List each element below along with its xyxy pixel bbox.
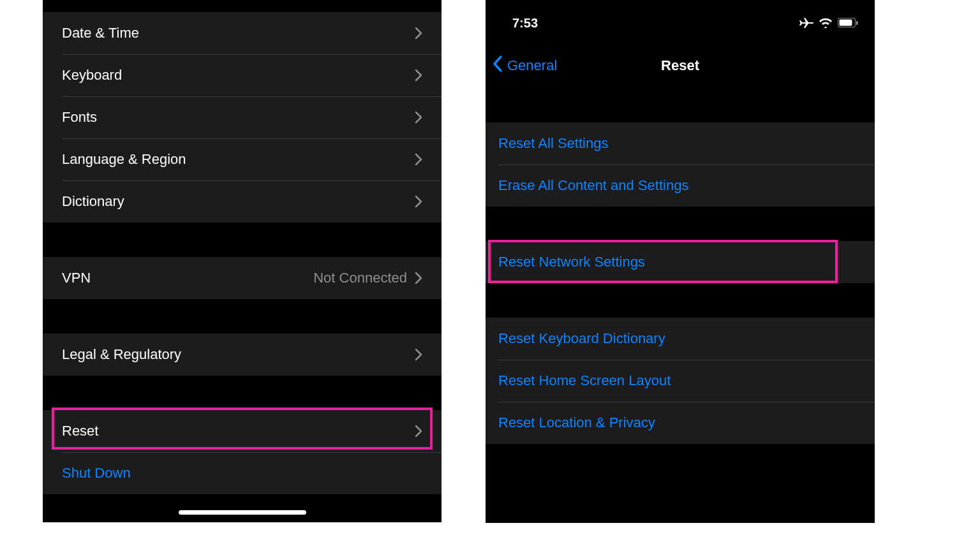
nav-title: Reset bbox=[486, 57, 875, 74]
row-reset-home-screen-layout[interactable]: Reset Home Screen Layout bbox=[486, 360, 875, 402]
row-label: Reset Keyboard Dictionary bbox=[498, 330, 665, 347]
row-label: Fonts bbox=[62, 109, 415, 126]
battery-icon bbox=[838, 18, 858, 28]
row-date-time[interactable]: Date & Time bbox=[43, 12, 442, 54]
row-reset-location-privacy[interactable]: Reset Location & Privacy bbox=[486, 402, 875, 444]
general-group-legal: Legal & Regulatory bbox=[43, 334, 442, 376]
row-legal-regulatory[interactable]: Legal & Regulatory bbox=[43, 334, 442, 376]
row-label: Reset bbox=[62, 423, 415, 439]
chevron-right-icon bbox=[415, 425, 422, 437]
row-reset-keyboard-dictionary[interactable]: Reset Keyboard Dictionary bbox=[486, 318, 875, 360]
airplane-mode-icon bbox=[799, 17, 813, 29]
row-erase-all-content[interactable]: Erase All Content and Settings bbox=[486, 165, 875, 207]
row-label: Language & Region bbox=[62, 151, 415, 168]
chevron-right-icon bbox=[415, 69, 422, 82]
reset-group-network: Reset Network Settings bbox=[486, 241, 875, 283]
row-label: Reset Network Settings bbox=[498, 254, 645, 270]
chevron-right-icon bbox=[415, 348, 422, 361]
row-label: Date & Time bbox=[62, 25, 415, 41]
svg-rect-2 bbox=[856, 21, 858, 25]
phone-reset-settings: 7:53 General Reset bbox=[486, 0, 875, 523]
row-dictionary[interactable]: Dictionary bbox=[43, 180, 442, 223]
row-fonts[interactable]: Fonts bbox=[43, 96, 442, 138]
status-time: 7:53 bbox=[512, 16, 538, 31]
reset-group-1: Reset All Settings Erase All Content and… bbox=[486, 122, 875, 207]
chevron-right-icon bbox=[415, 272, 422, 284]
general-group-vpn: VPN Not Connected bbox=[43, 257, 442, 299]
home-indicator[interactable] bbox=[179, 510, 306, 515]
row-vpn[interactable]: VPN Not Connected bbox=[43, 257, 442, 299]
row-value: Not Connected bbox=[313, 270, 407, 286]
wifi-icon bbox=[819, 18, 833, 28]
status-icons bbox=[799, 17, 858, 29]
chevron-right-icon bbox=[415, 111, 422, 124]
svg-rect-1 bbox=[840, 20, 852, 26]
row-label: Keyboard bbox=[62, 67, 415, 84]
row-language-region[interactable]: Language & Region bbox=[43, 138, 442, 180]
row-label: Erase All Content and Settings bbox=[498, 177, 688, 194]
row-label: Reset All Settings bbox=[498, 135, 608, 152]
reset-group-3: Reset Keyboard Dictionary Reset Home Scr… bbox=[486, 318, 875, 444]
stage: Date & Time Keyboard Fonts Language & Re… bbox=[0, 0, 980, 551]
row-label: Reset Home Screen Layout bbox=[498, 372, 671, 389]
row-label: Dictionary bbox=[62, 193, 415, 210]
row-reset[interactable]: Reset bbox=[43, 410, 442, 452]
row-label: Shut Down bbox=[62, 465, 422, 481]
row-label: Reset Location & Privacy bbox=[498, 415, 655, 431]
chevron-right-icon bbox=[415, 195, 422, 208]
row-keyboard[interactable]: Keyboard bbox=[43, 54, 442, 96]
row-reset-network-settings[interactable]: Reset Network Settings bbox=[486, 241, 875, 283]
phone-general-settings: Date & Time Keyboard Fonts Language & Re… bbox=[43, 0, 442, 522]
chevron-right-icon bbox=[415, 153, 422, 166]
general-group-reset: Reset Shut Down bbox=[43, 410, 442, 494]
status-bar: 7:53 bbox=[486, 0, 875, 46]
row-reset-all-settings[interactable]: Reset All Settings bbox=[486, 122, 875, 165]
nav-bar: General Reset bbox=[486, 46, 875, 85]
chevron-right-icon bbox=[415, 27, 422, 40]
row-label: VPN bbox=[62, 270, 313, 286]
row-label: Legal & Regulatory bbox=[62, 346, 415, 363]
row-shut-down[interactable]: Shut Down bbox=[43, 452, 442, 494]
general-group-1: Date & Time Keyboard Fonts Language & Re… bbox=[43, 12, 442, 223]
